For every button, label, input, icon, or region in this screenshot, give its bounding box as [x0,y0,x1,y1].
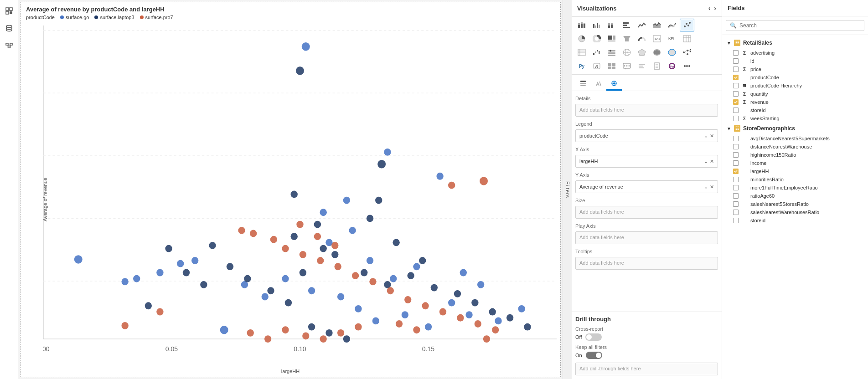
viz-more-btn[interactable]: ••• [680,60,694,72]
keep-filters-toggle[interactable] [586,352,602,359]
yaxis-chevron-icon[interactable]: ⌄ [704,184,708,190]
filters-tab[interactable]: Filters [563,0,572,379]
viz-matrix-btn[interactable] [574,46,589,59]
field-more1fulltime[interactable]: more1FullTimeEmployeeRatio [722,184,868,192]
salesnearest5-checkbox[interactable] [733,201,739,207]
viz-paginated-report-btn[interactable] [650,60,664,72]
field-revenue[interactable]: Σ revenue [722,98,868,106]
ratioage60-checkbox[interactable] [733,193,739,199]
price-checkbox[interactable] [733,67,739,72]
field-largehh[interactable]: largeHH [722,167,868,175]
viz-tab-fields[interactable] [575,77,591,91]
viz-panel-forward-icon[interactable]: › [714,5,716,12]
revenue-checkbox[interactable] [733,99,739,105]
viz-ribbon-btn[interactable] [665,19,679,31]
field-quantity[interactable]: Σ quantity [722,90,868,98]
yaxis-drop-area[interactable]: Average of revenue ⌄ ✕ [575,180,718,193]
viz-100-bar-btn[interactable] [604,19,619,31]
viz-decomp-tree-btn[interactable] [680,46,694,59]
viz-treemap-btn[interactable] [604,32,619,45]
playaxis-drop-area[interactable]: Add data fields here [575,231,718,244]
distancenearest-checkbox[interactable] [733,144,739,149]
largehh-checkbox[interactable] [733,169,739,174]
weekstarting-checkbox[interactable] [733,116,739,121]
drill-through-drop-area[interactable]: Add drill-through fields here [575,363,718,375]
viz-map-btn[interactable] [620,46,634,59]
viz-pie-btn[interactable] [574,32,589,45]
minorities-checkbox[interactable] [733,177,739,182]
storeid-retail-checkbox[interactable] [733,108,739,113]
field-salesnearest5[interactable]: salesNearest5StoresRatio [722,200,868,208]
viz-stacked-bar-btn[interactable] [574,19,589,31]
viz-waterfall-btn[interactable] [589,46,604,59]
viz-tab-format[interactable] [591,77,606,91]
viz-panel-back-icon[interactable]: ‹ [708,5,711,12]
viz-table-btn[interactable] [680,32,694,45]
field-avgdistance[interactable]: avgDistanceNearest5Supermarkets [722,134,868,143]
field-productcode-hierarchy[interactable]: ⊞ productCode Hierarchy [722,82,868,90]
viz-donut-btn[interactable] [589,32,604,45]
viz-custom-btn[interactable] [604,60,619,72]
viz-area-btn[interactable] [650,19,664,31]
viz-line-btn[interactable] [635,19,649,31]
field-price[interactable]: Σ price [722,65,868,73]
legend-close-icon[interactable]: ✕ [710,133,714,139]
field-highincome[interactable]: highincome150Ratio [722,151,868,159]
viz-funnel-btn[interactable] [620,32,634,45]
storeid-demo-checkbox[interactable] [733,218,739,223]
highincome-checkbox[interactable] [733,152,739,158]
field-id[interactable]: id [722,57,868,65]
viz-scatter-btn active[interactable] [680,19,694,31]
viz-python-btn[interactable]: Py [574,60,589,72]
tooltips-drop-area[interactable]: Add data fields here [575,257,718,270]
viz-gauge-btn[interactable] [635,32,649,45]
productcode-checkbox[interactable] [733,75,739,80]
more1fulltime-checkbox[interactable] [733,185,739,190]
field-distancenearest[interactable]: distanceNearestWarehouse [722,143,868,151]
viz-azuremap-btn[interactable] [665,46,679,59]
size-drop-area[interactable]: Add data fields here [575,206,718,219]
productcode-hierarchy-checkbox[interactable] [733,83,739,88]
viz-r-btn[interactable]: R [589,60,604,72]
viz-filled-map-btn[interactable] [650,46,664,59]
yaxis-close-icon[interactable]: ✕ [710,184,714,190]
xaxis-drop-area[interactable]: largeHH ⌄ ✕ [575,155,718,168]
viz-shape-map-btn[interactable] [635,46,649,59]
income-checkbox[interactable] [733,160,739,166]
legend-drop-area[interactable]: productCode ⌄ ✕ [575,129,718,142]
advertising-checkbox[interactable] [733,50,739,56]
field-weekstarting[interactable]: Σ weekStarting [722,114,868,123]
model-icon[interactable] [2,38,16,53]
field-salesnearestwarehouse[interactable]: salesNearestWarehousesRatio [722,208,868,216]
viz-horiz-bar-btn[interactable] [620,19,634,31]
field-storeid-demo[interactable]: storeid [722,216,868,225]
report-icon[interactable] [2,4,16,18]
field-storeid-retail[interactable]: storeId [722,106,868,114]
viz-kpi-btn[interactable]: KPI [665,32,679,45]
viz-smart-narrative-btn[interactable] [635,60,649,72]
avgdistance-checkbox[interactable] [733,136,739,141]
cross-report-toggle[interactable] [585,333,602,341]
viz-slicer-btn[interactable] [604,46,619,59]
field-advertising[interactable]: Σ advertising [722,49,868,57]
search-input[interactable] [739,22,860,29]
data-icon[interactable] [2,21,16,36]
retailsales-group-header[interactable]: ▼ ☷ RetailSales [722,37,868,49]
field-ratioage60[interactable]: ratioAge60 [722,192,868,200]
details-drop-area[interactable]: Add data fields here [575,104,718,117]
quantity-checkbox[interactable] [733,91,739,97]
viz-card-btn[interactable]: 123 [650,32,664,45]
viz-clustered-bar-btn[interactable] [589,19,604,31]
xaxis-chevron-icon[interactable]: ⌄ [704,159,708,164]
viz-tab-analytics[interactable] [606,77,622,91]
salesnearestwarehouse-checkbox[interactable] [733,210,739,215]
id-checkbox[interactable] [733,58,739,64]
legend-chevron-icon[interactable]: ⌄ [704,133,708,139]
storedemographics-group-header[interactable]: ▼ ☷ StoreDemographics [722,123,868,134]
field-minorities[interactable]: minoritiesRatio [722,175,868,184]
xaxis-close-icon[interactable]: ✕ [710,159,714,164]
field-income[interactable]: income [722,159,868,167]
field-productcode[interactable]: productCode [722,73,868,82]
viz-qna-btn[interactable] [620,60,634,72]
viz-power-apps-btn[interactable]: PA [665,60,679,72]
